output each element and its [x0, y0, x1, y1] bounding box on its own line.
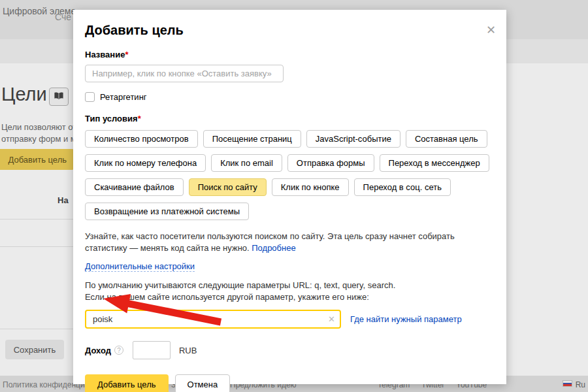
book-icon	[54, 91, 64, 103]
dialog-title: Добавить цель	[85, 23, 491, 38]
revenue-input[interactable]	[133, 341, 171, 359]
condition-chip-row: Количество просмотров Посещение страниц …	[85, 130, 491, 148]
save-button[interactable]: Сохранить	[5, 340, 64, 359]
language-selector[interactable]: Ru	[576, 380, 585, 389]
add-goal-submit-button[interactable]: Добавить цель	[85, 374, 169, 392]
condition-chip-row: Возвращение из платежной системы	[85, 203, 491, 220]
retargeting-label: Ретаргетинг	[100, 92, 147, 102]
param-description-line1: По умолчанию учитываются следующие парам…	[85, 280, 491, 291]
chip-page-visits[interactable]: Посещение страниц	[203, 130, 301, 148]
page-description-line1: Цели позволяют от	[1, 122, 76, 132]
param-description-line2: Если на вашем сайте используется другой …	[85, 291, 491, 303]
find-param-link[interactable]: Где найти нужный параметр	[350, 314, 462, 324]
screen: Сче Цифровой элеме Цели Цели позволяют о…	[0, 0, 588, 392]
required-asterisk: *	[125, 50, 128, 59]
help-icon[interactable]: ?	[114, 346, 123, 355]
revenue-row: Доход ? RUB	[85, 341, 491, 359]
advanced-settings-link[interactable]: Дополнительные настройки	[85, 261, 195, 272]
chip-email-click[interactable]: Клик по email	[211, 154, 282, 172]
info-text: Узнайте, как часто посетители пользуются…	[85, 231, 495, 253]
table-row-divider	[0, 329, 73, 329]
currency-label: RUB	[179, 346, 197, 355]
chip-file-download[interactable]: Скачивание файлов	[85, 178, 184, 196]
name-label-text: Название	[85, 50, 125, 59]
param-input-row: ✕ Где найти нужный параметр	[85, 310, 491, 329]
chip-button-click[interactable]: Клик по кнопке	[272, 178, 349, 196]
condition-chip-row: Скачивание файлов Поиск по сайту Клик по…	[85, 178, 491, 196]
chip-phone-click[interactable]: Клик по номеру телефона	[85, 154, 206, 172]
background-add-goal-button[interactable]: Добавить цель	[0, 149, 74, 170]
chip-messenger[interactable]: Переход в мессенджер	[380, 154, 489, 172]
goal-name-input[interactable]	[85, 65, 284, 82]
clear-input-icon[interactable]: ✕	[328, 314, 335, 324]
language-flag-icon[interactable]	[563, 380, 572, 387]
chip-payment-return[interactable]: Возвращение из платежной системы	[85, 203, 249, 220]
table-row-divider	[0, 219, 73, 220]
chip-js-event[interactable]: JavaScript-событие	[306, 130, 400, 148]
chip-site-search-selected[interactable]: Поиск по сайту	[189, 178, 267, 196]
revenue-label: Доход	[85, 346, 111, 355]
condition-type-label-text: Тип условия	[85, 114, 138, 123]
page-title: Цели	[1, 84, 47, 105]
dialog-actions: Добавить цель Отмена	[85, 374, 491, 392]
param-input-wrap: ✕	[85, 310, 341, 329]
chip-composite-goal[interactable]: Составная цель	[406, 130, 487, 148]
table-row-divider	[0, 246, 73, 247]
required-asterisk: *	[138, 114, 141, 123]
close-icon[interactable]: ✕	[486, 24, 496, 36]
condition-chip-row: Клик по номеру телефона Клик по email От…	[85, 154, 491, 172]
retargeting-row: Ретаргетинг	[85, 92, 491, 102]
chip-pageviews[interactable]: Количество просмотров	[85, 130, 198, 148]
docs-book-button[interactable]	[49, 88, 69, 106]
table-column-header: На	[57, 195, 69, 205]
name-label: Название*	[85, 50, 491, 59]
page-description-line2: отправку форм и м	[1, 134, 76, 144]
cancel-button[interactable]: Отмена	[175, 374, 231, 392]
learn-more-link[interactable]: Подробнее	[252, 243, 295, 253]
search-param-input[interactable]	[85, 310, 341, 329]
chip-social-network[interactable]: Переход в соц. сеть	[354, 178, 451, 196]
add-goal-dialog: Добавить цель ✕ Название* Ретаргетинг Ти…	[73, 10, 506, 384]
param-description: По умолчанию учитываются следующие парам…	[85, 280, 491, 303]
condition-type-label: Тип условия*	[85, 114, 491, 123]
background-banner-text: Цифровой элеме	[3, 6, 76, 16]
chip-form-submit[interactable]: Отправка формы	[287, 154, 374, 172]
retargeting-checkbox[interactable]	[85, 92, 95, 102]
